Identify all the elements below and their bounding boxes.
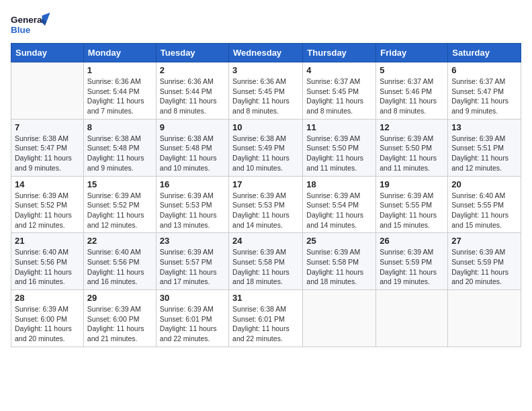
calendar-cell [448,290,521,347]
day-info: Sunrise: 6:39 AM Sunset: 5:50 PM Dayligh… [380,134,444,173]
calendar-cell: 5Sunrise: 6:37 AM Sunset: 5:46 PM Daylig… [376,62,448,120]
calendar-header-row: SundayMondayTuesdayWednesdayThursdayFrid… [11,44,521,62]
header-monday: Monday [83,44,156,62]
day-number: 20 [451,179,517,189]
day-info: Sunrise: 6:39 AM Sunset: 5:58 PM Dayligh… [306,247,372,287]
day-info: Sunrise: 6:39 AM Sunset: 5:59 PM Dayligh… [380,247,444,287]
day-info: Sunrise: 6:40 AM Sunset: 5:56 PM Dayligh… [15,247,80,287]
day-number: 5 [380,65,444,75]
day-number: 31 [232,293,299,303]
day-info: Sunrise: 6:39 AM Sunset: 6:01 PM Dayligh… [160,304,225,344]
calendar-cell: 4Sunrise: 6:37 AM Sunset: 5:45 PM Daylig… [303,62,376,120]
calendar-cell: 12Sunrise: 6:39 AM Sunset: 5:50 PM Dayli… [376,119,448,176]
day-number: 8 [87,122,152,132]
calendar-cell: 20Sunrise: 6:40 AM Sunset: 5:55 PM Dayli… [448,176,521,233]
day-info: Sunrise: 6:37 AM Sunset: 5:47 PM Dayligh… [451,77,517,116]
day-number: 29 [87,293,152,303]
calendar-cell: 29Sunrise: 6:39 AM Sunset: 6:00 PM Dayli… [83,290,156,347]
page-header: General Blue [11,11,521,38]
calendar-cell [11,62,84,120]
calendar-cell: 8Sunrise: 6:38 AM Sunset: 5:48 PM Daylig… [83,119,156,176]
day-info: Sunrise: 6:36 AM Sunset: 5:44 PM Dayligh… [160,77,225,116]
day-number: 22 [87,236,152,246]
day-info: Sunrise: 6:39 AM Sunset: 5:52 PM Dayligh… [15,191,80,230]
calendar-cell: 27Sunrise: 6:39 AM Sunset: 5:59 PM Dayli… [448,233,521,290]
day-info: Sunrise: 6:37 AM Sunset: 5:45 PM Dayligh… [306,77,372,116]
calendar-cell: 22Sunrise: 6:40 AM Sunset: 5:56 PM Dayli… [83,233,156,290]
day-info: Sunrise: 6:38 AM Sunset: 5:48 PM Dayligh… [87,134,152,173]
day-info: Sunrise: 6:39 AM Sunset: 5:54 PM Dayligh… [306,191,372,230]
day-number: 10 [232,122,299,132]
day-info: Sunrise: 6:39 AM Sunset: 5:53 PM Dayligh… [232,191,299,230]
calendar-cell: 26Sunrise: 6:39 AM Sunset: 5:59 PM Dayli… [376,233,448,290]
calendar-cell: 25Sunrise: 6:39 AM Sunset: 5:58 PM Dayli… [303,233,376,290]
day-number: 4 [306,65,372,75]
day-number: 25 [306,236,372,246]
day-info: Sunrise: 6:38 AM Sunset: 5:49 PM Dayligh… [232,134,299,173]
calendar-cell: 10Sunrise: 6:38 AM Sunset: 5:49 PM Dayli… [229,119,303,176]
day-number: 18 [306,179,372,189]
day-number: 3 [232,65,299,75]
day-number: 21 [15,236,80,246]
calendar-cell: 15Sunrise: 6:39 AM Sunset: 5:52 PM Dayli… [83,176,156,233]
calendar-cell [303,290,376,347]
calendar-cell: 1Sunrise: 6:36 AM Sunset: 5:44 PM Daylig… [83,62,156,120]
calendar-cell: 18Sunrise: 6:39 AM Sunset: 5:54 PM Dayli… [303,176,376,233]
day-number: 11 [306,122,372,132]
svg-text:General: General [11,15,44,25]
day-info: Sunrise: 6:39 AM Sunset: 5:55 PM Dayligh… [380,191,444,230]
calendar-table: SundayMondayTuesdayWednesdayThursdayFrid… [11,43,521,347]
calendar-cell: 21Sunrise: 6:40 AM Sunset: 5:56 PM Dayli… [11,233,84,290]
day-info: Sunrise: 6:39 AM Sunset: 5:58 PM Dayligh… [232,247,299,287]
calendar-cell: 3Sunrise: 6:36 AM Sunset: 5:45 PM Daylig… [229,62,303,120]
day-info: Sunrise: 6:39 AM Sunset: 5:50 PM Dayligh… [306,134,372,173]
day-info: Sunrise: 6:38 AM Sunset: 5:48 PM Dayligh… [160,134,225,173]
day-number: 12 [380,122,444,132]
day-info: Sunrise: 6:37 AM Sunset: 5:46 PM Dayligh… [380,77,444,116]
calendar-cell: 9Sunrise: 6:38 AM Sunset: 5:48 PM Daylig… [156,119,228,176]
calendar-cell: 31Sunrise: 6:38 AM Sunset: 6:01 PM Dayli… [229,290,303,347]
week-row-1: 1Sunrise: 6:36 AM Sunset: 5:44 PM Daylig… [11,62,521,120]
day-number: 16 [160,179,225,189]
day-info: Sunrise: 6:40 AM Sunset: 5:56 PM Dayligh… [87,247,152,287]
header-saturday: Saturday [448,44,521,62]
day-number: 27 [451,236,517,246]
calendar-cell: 17Sunrise: 6:39 AM Sunset: 5:53 PM Dayli… [229,176,303,233]
calendar-cell: 16Sunrise: 6:39 AM Sunset: 5:53 PM Dayli… [156,176,228,233]
day-number: 9 [160,122,225,132]
day-info: Sunrise: 6:38 AM Sunset: 5:47 PM Dayligh… [15,134,80,173]
header-wednesday: Wednesday [229,44,303,62]
svg-text:Blue: Blue [11,25,31,35]
day-info: Sunrise: 6:40 AM Sunset: 5:55 PM Dayligh… [451,191,517,230]
day-info: Sunrise: 6:36 AM Sunset: 5:44 PM Dayligh… [87,77,152,116]
calendar-cell: 28Sunrise: 6:39 AM Sunset: 6:00 PM Dayli… [11,290,84,347]
day-info: Sunrise: 6:39 AM Sunset: 5:52 PM Dayligh… [87,191,152,230]
week-row-2: 7Sunrise: 6:38 AM Sunset: 5:47 PM Daylig… [11,119,521,176]
day-number: 15 [87,179,152,189]
day-number: 13 [451,122,517,132]
week-row-5: 28Sunrise: 6:39 AM Sunset: 6:00 PM Dayli… [11,290,521,347]
logo-icon: General Blue [11,11,51,38]
day-number: 1 [87,65,152,75]
calendar-cell: 14Sunrise: 6:39 AM Sunset: 5:52 PM Dayli… [11,176,84,233]
day-number: 26 [380,236,444,246]
calendar-cell: 2Sunrise: 6:36 AM Sunset: 5:44 PM Daylig… [156,62,228,120]
day-number: 30 [160,293,225,303]
day-number: 23 [160,236,225,246]
day-info: Sunrise: 6:38 AM Sunset: 6:01 PM Dayligh… [232,304,299,344]
calendar-cell: 7Sunrise: 6:38 AM Sunset: 5:47 PM Daylig… [11,119,84,176]
day-info: Sunrise: 6:39 AM Sunset: 6:00 PM Dayligh… [15,304,80,344]
day-info: Sunrise: 6:39 AM Sunset: 5:51 PM Dayligh… [451,134,517,173]
calendar-cell [376,290,448,347]
day-info: Sunrise: 6:39 AM Sunset: 5:57 PM Dayligh… [160,247,225,287]
day-number: 19 [380,179,444,189]
day-number: 14 [15,179,80,189]
day-info: Sunrise: 6:39 AM Sunset: 6:00 PM Dayligh… [87,304,152,344]
day-number: 6 [451,65,517,75]
calendar-cell: 24Sunrise: 6:39 AM Sunset: 5:58 PM Dayli… [229,233,303,290]
calendar-cell: 13Sunrise: 6:39 AM Sunset: 5:51 PM Dayli… [448,119,521,176]
header-thursday: Thursday [303,44,376,62]
day-info: Sunrise: 6:39 AM Sunset: 5:59 PM Dayligh… [451,247,517,287]
day-number: 17 [232,179,299,189]
calendar-cell: 30Sunrise: 6:39 AM Sunset: 6:01 PM Dayli… [156,290,228,347]
